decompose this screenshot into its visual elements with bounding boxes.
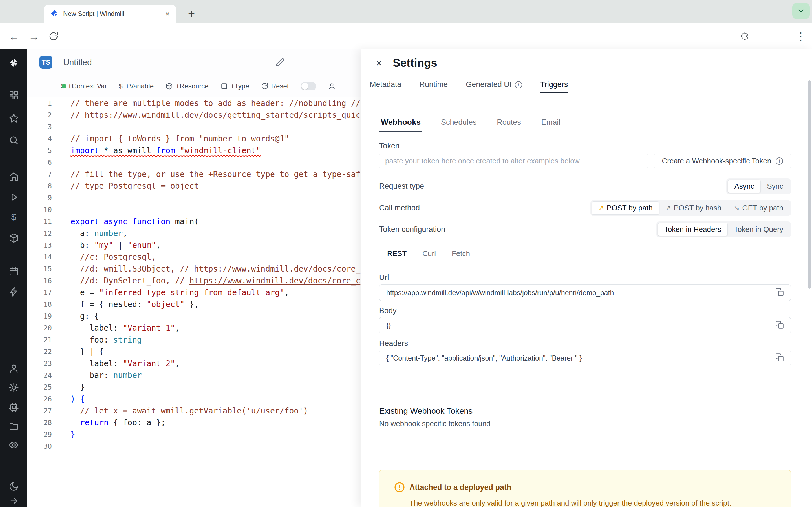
browser-tab[interactable]: New Script | Windmill × [44, 4, 176, 23]
audit-logs-eye-icon[interactable] [9, 440, 19, 450]
schedules-icon[interactable] [9, 266, 19, 276]
code-area[interactable]: 1// there are multiple modes to add as h… [28, 97, 361, 507]
browser-menu-icon[interactable]: ⋮ [792, 23, 810, 49]
runs-icon[interactable] [9, 192, 19, 202]
tab-runtime[interactable]: Runtime [419, 76, 448, 93]
code-line[interactable]: 29} [28, 429, 361, 440]
code-line[interactable]: 4// import { toWords } from "number-to-w… [28, 133, 361, 145]
add-variable-button[interactable]: $ +Variable [119, 82, 154, 90]
folders-icon[interactable] [9, 421, 19, 432]
code-line[interactable]: 30 [28, 440, 361, 452]
add-type-button[interactable]: +Type [220, 82, 249, 90]
tab-close-icon[interactable]: × [165, 10, 170, 18]
code-line[interactable]: 1// there are multiple modes to add as h… [28, 97, 361, 109]
search-icon[interactable] [9, 135, 19, 145]
theme-toggle-moon-icon[interactable] [9, 482, 19, 492]
code-line[interactable]: 9 [28, 192, 361, 204]
copy-icon[interactable] [775, 321, 784, 330]
close-settings-icon[interactable]: × [372, 57, 386, 69]
subtab-routes[interactable]: Routes [495, 113, 523, 132]
code-line[interactable]: 7// fill the type, or use the +Resource … [28, 168, 361, 180]
tab-curl[interactable]: Curl [414, 245, 444, 262]
code-line[interactable]: 26) { [28, 393, 361, 405]
scrollbar[interactable] [808, 80, 811, 289]
code-line[interactable]: 27 // let x = await wmill.getVariable('u… [28, 405, 361, 416]
forward-button[interactable]: → [25, 23, 43, 49]
add-resource-button[interactable]: +Resource [165, 82, 209, 90]
tab-search-chevron-button[interactable] [792, 3, 810, 19]
code-line[interactable]: 24 bar: number [28, 369, 361, 381]
extensions-icon[interactable] [735, 23, 753, 49]
subtab-email[interactable]: Email [540, 113, 562, 132]
tab-triggers[interactable]: Triggers [540, 76, 568, 93]
headers-value: { "Content-Type": "application/json", "A… [386, 354, 775, 362]
edit-title-pencil-icon[interactable] [275, 58, 285, 67]
back-button[interactable]: ← [5, 23, 23, 49]
line-number: 2 [28, 111, 52, 119]
code-line[interactable]: 8// type Postgresql = object [28, 180, 361, 192]
code-line[interactable]: 28 return { foo: a }; [28, 416, 361, 429]
copy-icon[interactable] [775, 288, 784, 297]
code-line[interactable]: 5import * as wmill from "windmill-client… [28, 145, 361, 156]
tab-metadata[interactable]: Metadata [370, 76, 402, 93]
subtab-webhooks[interactable]: Webhooks [379, 113, 422, 132]
settings-gear-icon[interactable] [9, 383, 19, 393]
home-icon[interactable] [9, 172, 19, 182]
code-line[interactable]: 16 //d: DynSelect_foo, // https://www.wi… [28, 275, 361, 286]
tab-fetch[interactable]: Fetch [444, 245, 478, 262]
token-input[interactable] [379, 153, 648, 169]
option-get-by-path[interactable]: ↘ GET by path [727, 202, 790, 215]
code-line[interactable]: 22 } | { [28, 346, 361, 357]
user-icon[interactable] [9, 363, 19, 374]
code-line[interactable]: 18 f = { nested: "object" }, [28, 298, 361, 310]
apps-icon[interactable] [9, 90, 19, 100]
code-line[interactable]: 2// https://www.windmill.dev/docs/gettin… [28, 109, 361, 121]
option-post-by-path[interactable]: ↗ POST by path [592, 202, 659, 215]
windmill-logo[interactable] [9, 58, 19, 68]
code-line[interactable]: 6 [28, 156, 361, 168]
code-line[interactable]: 25 } [28, 381, 361, 393]
expand-sidebar-icon[interactable] [9, 496, 19, 506]
call-method-group: ↗ POST by path ↗ POST by hash ↘ GET by p… [591, 200, 791, 216]
line-number: 22 [28, 348, 52, 356]
add-context-var-button[interactable]: $ +Context Var [61, 82, 107, 90]
option-token-in-query[interactable]: Token in Query [728, 223, 790, 236]
reload-button[interactable] [45, 23, 63, 49]
triggers-icon[interactable] [9, 287, 19, 297]
code-line[interactable]: 19 g: { [28, 310, 361, 322]
code-line[interactable]: 13 b: "my" | "enum", [28, 239, 361, 251]
workers-icon[interactable] [9, 402, 19, 412]
code-line[interactable]: 20 label: "Variant 1", [28, 322, 361, 334]
code-line[interactable]: 11export async function main( [28, 216, 361, 227]
option-sync[interactable]: Sync [761, 180, 790, 193]
new-tab-button[interactable]: + [184, 6, 199, 21]
code-line[interactable]: 12 a: number, [28, 227, 361, 239]
assistant-person-icon[interactable] [328, 82, 336, 90]
subtab-schedules[interactable]: Schedules [439, 113, 478, 132]
favorites-icon[interactable] [9, 113, 19, 123]
code-line[interactable]: 10 [28, 204, 361, 216]
create-webhook-token-button[interactable]: Create a Webhook-specific Token i [654, 153, 791, 169]
code-line[interactable]: 23 label: "Variant 2", [28, 357, 361, 369]
option-token-in-headers[interactable]: Token in Headers [658, 223, 728, 236]
existing-tokens-title: Existing Webhook Tokens [379, 406, 472, 416]
option-async[interactable]: Async [728, 180, 761, 193]
option-post-by-hash[interactable]: ↗ POST by hash [659, 202, 728, 215]
resources-icon[interactable] [9, 233, 19, 243]
line-number: 20 [28, 324, 52, 332]
line-number: 29 [28, 431, 52, 439]
language-badge[interactable]: TS [40, 56, 52, 69]
tab-generated-ui[interactable]: Generated UIi [466, 76, 522, 93]
code-line[interactable]: 21 foo: string [28, 334, 361, 346]
code-line[interactable]: 15 //d: wmill.S3Object, // https://www.w… [28, 263, 361, 275]
code-line[interactable]: 14 //c: Postgresql, [28, 251, 361, 263]
tab-rest[interactable]: REST [379, 245, 414, 262]
variables-icon[interactable]: $ [0, 212, 28, 222]
reset-button[interactable]: Reset [261, 82, 289, 90]
arrow-down-right-icon: ↘ [733, 204, 739, 212]
script-title[interactable]: Untitled [63, 57, 92, 67]
copy-icon[interactable] [775, 353, 784, 363]
code-line[interactable]: 17 e = "inferred type string from defaul… [28, 286, 361, 298]
code-line[interactable]: 3 [28, 121, 361, 133]
editor-toggle[interactable] [301, 82, 316, 91]
